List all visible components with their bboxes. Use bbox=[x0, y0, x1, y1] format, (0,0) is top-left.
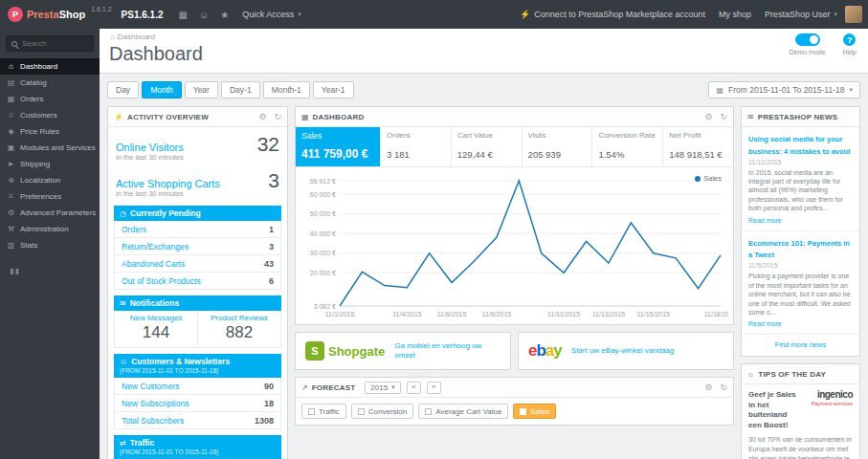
series-dot-icon bbox=[695, 176, 701, 182]
read-more-link[interactable]: Read more bbox=[748, 320, 782, 327]
user-avatar[interactable] bbox=[845, 6, 862, 23]
news-article-link[interactable]: Using social media for your business: 4 … bbox=[748, 135, 850, 156]
svg-text:11/8/2015: 11/8/2015 bbox=[482, 311, 512, 317]
truck-icon: ► bbox=[7, 160, 15, 168]
sidebar-search[interactable] bbox=[6, 35, 94, 52]
sidebar-item-orders[interactable]: ▦Orders bbox=[0, 91, 100, 107]
tips-of-the-day-panel: ☼ TIPS OF THE DAY Geef je Sales in het b… bbox=[741, 363, 860, 459]
abandoned-carts-row[interactable]: Abandoned Carts43 bbox=[114, 255, 281, 273]
user-menu[interactable]: PrestaShop User ▾ bbox=[765, 10, 837, 19]
chevron-down-icon: ▾ bbox=[849, 86, 853, 94]
customer-icon[interactable]: ☺ bbox=[199, 10, 209, 20]
date-range-label: From 2015-11-01 To 2015-11-18 bbox=[728, 85, 844, 95]
filter-year-1-button[interactable]: Year-1 bbox=[313, 81, 354, 98]
lightbulb-icon: ☼ bbox=[747, 370, 754, 379]
forecast-legend-conversion[interactable]: Conversion bbox=[351, 404, 413, 419]
kpi-sales[interactable]: Sales 411 759,00 € bbox=[296, 127, 381, 166]
section-traffic: ⇄ Traffic (FROM 2015-11-01 TO 2015-11-18… bbox=[114, 435, 281, 459]
read-more-link[interactable]: Read more bbox=[748, 217, 782, 224]
star-icon[interactable]: ★ bbox=[220, 10, 229, 20]
svg-text:66 912 €: 66 912 € bbox=[310, 178, 336, 185]
forecast-legend-average-cart-value[interactable]: Average Cart Value bbox=[418, 404, 508, 419]
new-messages-cell[interactable]: New Messages 144 bbox=[114, 311, 198, 348]
forecast-year-select[interactable]: 2015 ▾ bbox=[365, 382, 400, 394]
svg-text:11/11/2015: 11/11/2015 bbox=[547, 311, 580, 317]
sidebar-collapse-button[interactable]: ▮▮ bbox=[10, 267, 100, 275]
find-more-news-link[interactable]: Find more news bbox=[742, 335, 859, 356]
kpi-conversion-rate[interactable]: Conversion Rate 1.54% bbox=[592, 127, 663, 166]
news-date: 11/12/2015 bbox=[748, 159, 853, 165]
filter-month-button[interactable]: Month bbox=[142, 81, 182, 98]
forecast-next-button[interactable]: » bbox=[427, 382, 441, 394]
search-input[interactable] bbox=[22, 39, 88, 48]
sidebar-item-dashboard[interactable]: ⌂Dashboard bbox=[0, 58, 100, 75]
new-customers-row[interactable]: New Customers90 bbox=[114, 378, 281, 395]
ebay-banner[interactable]: ebay Start uw eBay-winkel vandaag bbox=[518, 332, 734, 370]
breadcrumb: ⌂ Dashboard bbox=[110, 33, 155, 41]
sidebar-item-preferences[interactable]: ≡Preferences bbox=[0, 188, 100, 205]
chart-legend-sales[interactable]: Sales bbox=[695, 174, 722, 183]
cart-icon[interactable]: ▦ bbox=[178, 10, 187, 20]
svg-text:11/18/2015: 11/18/2015 bbox=[704, 311, 728, 317]
quick-access-label: Quick Access bbox=[242, 10, 294, 19]
forecast-legend-traffic[interactable]: Traffic bbox=[301, 404, 346, 419]
refresh-icon[interactable]: ↻ bbox=[720, 382, 727, 392]
person-icon: ☺ bbox=[120, 358, 127, 366]
svg-text:50 000 €: 50 000 € bbox=[310, 210, 336, 217]
user-menu-label: PrestaShop User bbox=[765, 10, 831, 19]
active-carts-stat[interactable]: Active Shopping Carts 3 in the last 30 m… bbox=[108, 164, 287, 200]
pending-returns-row[interactable]: Return/Exchanges3 bbox=[114, 238, 281, 255]
gear-icon[interactable]: ⚙ bbox=[704, 112, 712, 121]
news-article-link[interactable]: Ecommerce 101: Payments in a Tweet bbox=[748, 239, 850, 260]
sidebar-item-advanced-parameters[interactable]: ⚙Advanced Parameters bbox=[0, 205, 100, 221]
marketplace-link[interactable]: ⚡ Connect to PrestaShop Marketplace acco… bbox=[520, 10, 705, 19]
product-reviews-cell[interactable]: Product Reviews 882 bbox=[198, 311, 281, 348]
online-visitors-stat[interactable]: Online Visitors 32 in the last 30 minute… bbox=[108, 127, 287, 164]
sidebar-item-customers[interactable]: ☺Customers bbox=[0, 107, 100, 123]
kpi-net-profit[interactable]: Net Profit 148 918,51 € bbox=[663, 127, 733, 166]
svg-text:20 000 €: 20 000 € bbox=[310, 270, 336, 276]
shopgate-link[interactable]: Ga mobiel en verhoog uw omzet bbox=[394, 341, 501, 361]
prestashop-logo[interactable]: P PrestaShop 1.6.1.2 bbox=[0, 0, 120, 29]
filter-day-button[interactable]: Day bbox=[107, 81, 139, 98]
sidebar-item-stats[interactable]: ▥Stats bbox=[0, 237, 100, 253]
refresh-icon[interactable]: ↻ bbox=[274, 112, 281, 121]
folder-icon: ▤ bbox=[7, 78, 15, 87]
demo-mode-toggle[interactable]: Demo mode bbox=[789, 33, 825, 55]
ebay-link[interactable]: Start uw eBay-winkel vandaag bbox=[571, 346, 675, 356]
tip-headline: Geef je Sales in het buitenland een Boos… bbox=[748, 390, 802, 430]
filter-year-button[interactable]: Year bbox=[185, 81, 218, 98]
shopgate-logo: S Shopgate bbox=[305, 341, 385, 361]
refresh-icon[interactable]: ↻ bbox=[720, 112, 727, 121]
forecast-prev-button[interactable]: « bbox=[407, 382, 421, 394]
sidebar-item-localization[interactable]: ⊕Localization bbox=[0, 172, 100, 188]
sidebar-item-modules[interactable]: ▣Modules and Services bbox=[0, 140, 100, 156]
kpi-orders[interactable]: Orders 3 181 bbox=[381, 127, 452, 166]
sidebar-item-administration[interactable]: ⚒Administration bbox=[0, 221, 100, 237]
svg-text:30 000 €: 30 000 € bbox=[310, 250, 336, 256]
help-button[interactable]: ? Help bbox=[843, 33, 857, 55]
new-subscriptions-row[interactable]: New Subscriptions18 bbox=[114, 395, 281, 412]
gear-icon[interactable]: ⚙ bbox=[704, 382, 712, 392]
kpi-cart-value[interactable]: Cart Value 129,44 € bbox=[452, 127, 523, 166]
shopgate-banner[interactable]: S Shopgate Ga mobiel en verhoog uw omzet bbox=[295, 332, 511, 370]
forecast-legend-sales[interactable]: Sales bbox=[513, 404, 556, 419]
total-subscribers-row[interactable]: Total Subscribers1308 bbox=[114, 412, 281, 429]
filter-month-1-button[interactable]: Month-1 bbox=[263, 81, 310, 98]
sidebar-item-catalog[interactable]: ▤Catalog bbox=[0, 75, 100, 91]
my-shop-link[interactable]: My shop bbox=[719, 10, 751, 19]
gear-icon[interactable]: ⚙ bbox=[258, 112, 266, 121]
out-of-stock-row[interactable]: Out of Stock Products6 bbox=[114, 273, 281, 290]
dashboard-icon: ▦ bbox=[301, 113, 309, 121]
sidebar-item-price-rules[interactable]: ◈Price Rules bbox=[0, 123, 100, 140]
date-filter-row: Day Month Year Day-1 Month-1 Year-1 ▦ Fr… bbox=[107, 81, 860, 98]
date-range-picker[interactable]: ▦ From 2015-11-01 To 2015-11-18 ▾ bbox=[708, 81, 860, 98]
sidebar-item-shipping[interactable]: ►Shipping bbox=[0, 156, 100, 172]
toggle-on-icon[interactable] bbox=[795, 33, 820, 46]
filter-day-1-button[interactable]: Day-1 bbox=[221, 81, 260, 98]
page-header: ⌂ Dashboard Dashboard Demo mode ? Help bbox=[100, 29, 868, 74]
quick-access-menu[interactable]: Quick Access ▾ bbox=[242, 10, 301, 19]
kpi-visits[interactable]: Visits 205 939 bbox=[523, 127, 593, 166]
pending-orders-row[interactable]: Orders1 bbox=[114, 221, 281, 238]
marketplace-label: Connect to PrestaShop Marketplace accoun… bbox=[534, 10, 705, 19]
